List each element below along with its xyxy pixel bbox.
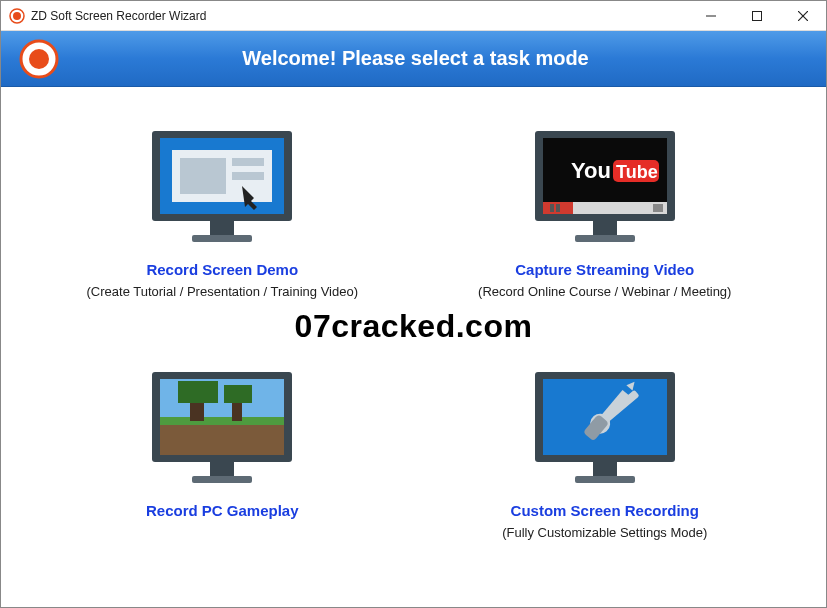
option-sub: (Record Online Course / Webinar / Meetin… [478,284,731,299]
titlebar: ZD Soft Screen Recorder Wizard [1,1,826,31]
svg-rect-37 [210,462,234,476]
header-bar: Welcome! Please select a task mode [1,31,826,87]
svg-rect-3 [753,11,762,20]
option-sub: (Create Tutorial / Presentation / Traini… [87,284,358,299]
gameplay-monitor-icon [142,362,302,492]
option-capture-streaming[interactable]: You Tube Capture Streaming Video (Record… [424,117,787,346]
streaming-monitor-icon: You Tube [525,121,685,251]
svg-rect-34 [178,381,218,403]
option-title: Capture Streaming Video [515,261,694,278]
svg-rect-27 [593,221,617,235]
svg-rect-26 [653,204,663,212]
options-grid: Record Screen Demo (Create Tutorial / Pr… [41,117,786,587]
content-area: 07cracked.com Record Screen Demo (Create… [1,87,826,607]
svg-rect-14 [232,172,264,180]
option-record-gameplay[interactable]: Record PC Gameplay [41,358,404,587]
window-controls [688,1,826,30]
option-custom-recording[interactable]: Custom Screen Recording (Fully Customiza… [424,358,787,587]
option-title: Record PC Gameplay [146,502,299,519]
window-title: ZD Soft Screen Recorder Wizard [31,9,688,23]
svg-rect-47 [593,462,617,476]
record-logo-icon [19,39,59,79]
svg-text:Tube: Tube [616,162,658,182]
option-title: Record Screen Demo [146,261,298,278]
welcome-text: Welcome! Please select a task mode [77,47,808,70]
svg-rect-15 [210,221,234,235]
svg-rect-48 [575,476,635,483]
minimize-button[interactable] [688,1,734,30]
svg-rect-36 [224,385,252,403]
svg-rect-13 [232,158,264,166]
option-title: Custom Screen Recording [511,502,699,519]
svg-rect-24 [550,204,554,212]
svg-point-8 [29,49,49,69]
svg-rect-38 [192,476,252,483]
option-sub: (Fully Customizable Settings Mode) [502,525,707,540]
svg-text:You: You [571,158,611,183]
option-record-demo[interactable]: Record Screen Demo (Create Tutorial / Pr… [41,117,404,346]
svg-rect-12 [180,158,226,194]
maximize-button[interactable] [734,1,780,30]
custom-monitor-icon [525,362,685,492]
close-button[interactable] [780,1,826,30]
svg-rect-28 [575,235,635,242]
svg-rect-32 [160,417,284,425]
svg-point-1 [13,12,21,20]
svg-rect-25 [556,204,560,212]
svg-rect-16 [192,235,252,242]
app-icon [9,8,25,24]
svg-rect-31 [160,421,284,455]
demo-monitor-icon [142,121,302,251]
